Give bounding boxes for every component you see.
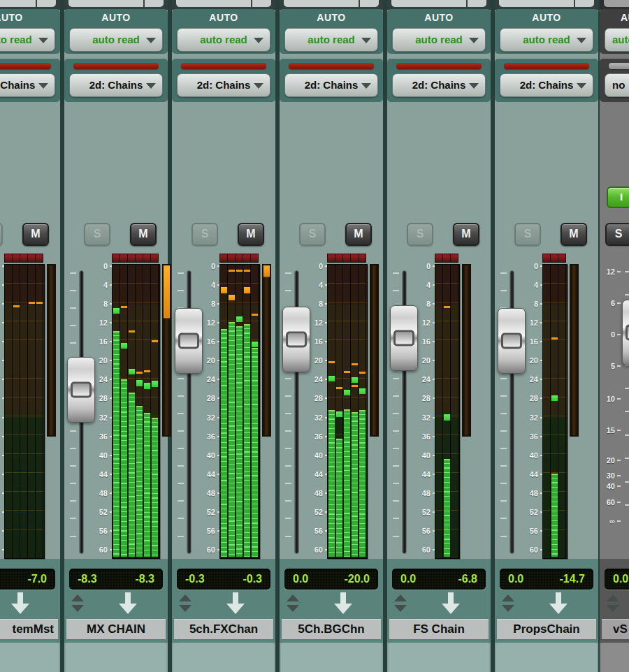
output-window-arrow-icon[interactable] [226, 592, 245, 618]
solo-button[interactable]: S [0, 223, 3, 246]
meter-peak-tick [359, 372, 366, 374]
fader-handle[interactable] [390, 305, 418, 371]
gain-reduction-meter [570, 264, 579, 437]
comments-area[interactable] [281, 643, 382, 672]
automation-mode-button[interactable]: auto read [500, 28, 593, 52]
output-assign-button[interactable]: 2d: Chains [69, 73, 163, 97]
solo-button[interactable]: S [299, 223, 326, 246]
output-assign-button[interactable]: 2d: Chains [0, 73, 55, 97]
track-height-spinner[interactable] [502, 594, 514, 613]
meter-scale-label: 52 [516, 507, 538, 517]
output-assign-button[interactable]: no [605, 73, 629, 97]
channel-strip: AUTOauto read2d: Chains5Ch.BGChnSM048121… [280, 0, 383, 672]
fader-handle[interactable] [622, 300, 629, 365]
clip-indicator-row[interactable] [4, 254, 43, 263]
pan-row-sliver[interactable] [0, 0, 56, 7]
output-assign-button[interactable]: 2d: Chains [392, 73, 486, 97]
clip-indicator [120, 254, 127, 262]
clip-indicator [435, 254, 442, 262]
mute-button[interactable]: M [345, 223, 372, 246]
track-name[interactable]: MX CHAIN [66, 619, 166, 639]
pan-row-sliver[interactable] [68, 0, 164, 7]
track-name[interactable]: temMst [0, 619, 58, 639]
comments-area[interactable] [173, 643, 274, 672]
track-name[interactable]: 5ch.FXChan [174, 619, 273, 639]
track-height-spinner[interactable] [394, 594, 407, 613]
mute-button[interactable]: M [22, 223, 49, 246]
mute-button[interactable]: M [561, 223, 587, 246]
pan-row-sliver[interactable] [176, 0, 271, 7]
mute-button[interactable]: M [453, 223, 479, 246]
meter-solid-level [129, 393, 136, 557]
comments-area[interactable] [496, 643, 597, 672]
track-height-spinner[interactable] [71, 594, 84, 613]
track-name[interactable]: FS Chain [389, 619, 489, 639]
output-window-arrow-icon[interactable] [334, 592, 352, 618]
automation-mode-button[interactable]: auto read [177, 28, 270, 52]
clip-indicator-row[interactable] [219, 254, 259, 263]
fader-handle[interactable] [498, 308, 526, 374]
clip-indicator-row[interactable] [112, 254, 159, 263]
pan-row-sliver[interactable] [604, 0, 629, 7]
fader-handle[interactable] [282, 307, 310, 372]
clip-indicator-row[interactable] [435, 254, 458, 263]
automation-mode-button[interactable]: auto read [284, 28, 378, 52]
track-height-spinner[interactable] [607, 594, 619, 613]
clip-indicator-row[interactable] [327, 254, 366, 263]
volume-display[interactable]: 0.0-6.8 [392, 569, 486, 590]
input-monitor-button[interactable]: I [607, 187, 629, 208]
spinner-up-icon [394, 594, 407, 601]
fader-handle[interactable] [175, 308, 203, 374]
mute-button[interactable]: M [130, 223, 157, 246]
automation-mode-button[interactable]: auto read [605, 28, 629, 52]
pan-row-sliver[interactable] [499, 0, 594, 7]
comments-area[interactable] [66, 643, 166, 672]
output-assign-button[interactable]: 2d: Chains [177, 73, 270, 97]
output-window-arrow-icon[interactable] [549, 592, 567, 618]
meter-scale-label: 40 [600, 481, 615, 491]
automation-mode-button[interactable]: auto read [0, 28, 55, 52]
meter-scale-label: 40 [85, 451, 108, 460]
output-assign-button[interactable]: 2d: Chains [500, 73, 593, 97]
pan-row-sliver[interactable] [391, 0, 486, 7]
automation-mode-button[interactable]: auto read [392, 28, 486, 52]
volume-display[interactable]: -7.0 [0, 569, 55, 590]
automation-section: AUTOauto read [280, 9, 383, 54]
mute-button[interactable]: M [238, 223, 264, 246]
meter-channel [36, 265, 43, 558]
gain-reduction-meter [370, 264, 379, 437]
volume-display[interactable]: 0.0-14.7 [500, 569, 593, 590]
solo-button[interactable]: S [84, 223, 110, 246]
solo-button[interactable]: S [605, 223, 629, 246]
output-window-arrow-icon[interactable] [442, 592, 460, 618]
track-height-spinner[interactable] [179, 594, 191, 613]
comments-area[interactable] [601, 643, 629, 672]
track-height-spinner[interactable] [287, 594, 299, 613]
solo-button[interactable]: S [191, 223, 218, 246]
solo-button[interactable]: S [514, 223, 541, 246]
comments-area[interactable] [0, 643, 59, 672]
clip-indicator-row[interactable] [542, 254, 566, 263]
gain-reduction-meter [462, 264, 471, 437]
track-name[interactable]: PropsChain [497, 619, 596, 639]
volume-display[interactable]: -8.3-8.3 [69, 569, 163, 590]
output-assign-button[interactable]: 2d: Chains [284, 73, 378, 97]
track-name[interactable]: vS [602, 619, 629, 639]
meter-scale-label: 56 [408, 526, 431, 536]
volume-display[interactable]: -0.3-0.3 [177, 569, 270, 590]
solo-button[interactable]: S [407, 223, 433, 246]
fader-handle[interactable] [67, 357, 95, 423]
meter-green-segment [129, 369, 136, 374]
meter-solid-level [336, 439, 343, 557]
comments-area[interactable] [389, 643, 489, 672]
output-window-arrow-icon[interactable] [119, 592, 137, 618]
meter-scale-label: 4 [193, 280, 215, 290]
volume-display[interactable]: 0.0-20.0 [284, 569, 378, 590]
automation-mode-button[interactable]: auto read [69, 28, 163, 52]
clip-indicator [443, 254, 450, 262]
pan-row-sliver[interactable] [284, 0, 379, 7]
volume-display[interactable]: 0.0 [605, 569, 629, 590]
arrow-shaft [125, 592, 131, 604]
track-name[interactable]: 5Ch.BGChn [282, 619, 381, 639]
output-window-arrow-icon[interactable] [11, 592, 29, 618]
